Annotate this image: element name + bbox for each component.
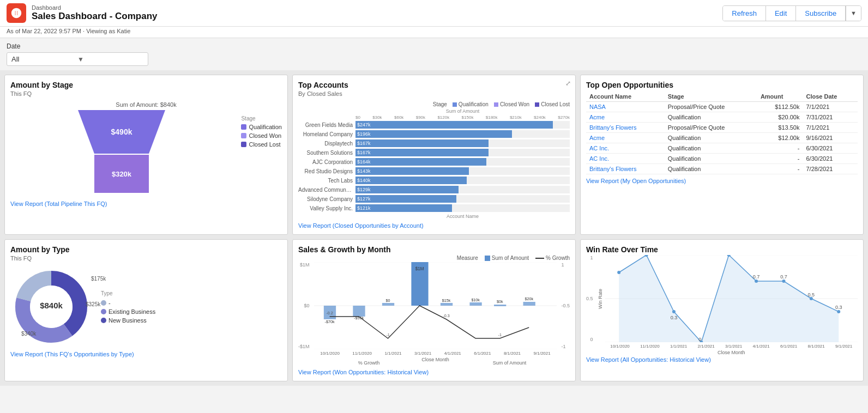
opp-close-date: 7/1/2021 bbox=[803, 123, 858, 133]
panel-accounts-subtitle: By Closed Sales bbox=[298, 90, 570, 97]
winrate-y-axis: 1 0.5 0 bbox=[586, 255, 595, 353]
svg-text:0.3: 0.3 bbox=[835, 305, 842, 310]
x-sep21: 9/1/2021 bbox=[534, 351, 551, 356]
panel-growth-link[interactable]: View Report (Won Opportunities: Historic… bbox=[298, 369, 570, 375]
accounts-stage-legend: Stage Qualification Closed Won Closed Lo… bbox=[298, 101, 570, 107]
table-row: Brittany's Flowers Qualification - 7/28/… bbox=[586, 164, 858, 174]
legend-qualification: Qualification bbox=[241, 124, 282, 130]
legend-dot-closed-won bbox=[241, 133, 246, 138]
opp-account-name[interactable]: Acme bbox=[586, 133, 665, 143]
svg-rect-20 bbox=[469, 302, 481, 306]
header-actions: Refresh Edit Subscribe ▼ bbox=[722, 5, 861, 21]
growth-x-axis: 10/1/2020 11/1/2020 1/1/2021 3/1/2021 4/… bbox=[314, 351, 557, 356]
subscribe-button[interactable]: Subscribe bbox=[796, 6, 846, 21]
svg-text:$320k: $320k bbox=[112, 170, 132, 178]
wr-x-oct20: 10/1/2020 bbox=[610, 344, 630, 349]
growth-legend: Measure Sum of Amount % Growth bbox=[298, 255, 570, 261]
svg-text:-$70k: -$70k bbox=[324, 319, 334, 324]
opp-close-date: 9/16/2021 bbox=[803, 133, 858, 143]
svg-text:0: 0 bbox=[698, 337, 701, 342]
wr-x-jan21: 1/1/2021 bbox=[670, 344, 687, 349]
svg-rect-22 bbox=[523, 302, 535, 306]
svg-point-44 bbox=[782, 280, 785, 283]
opp-stage: Qualification bbox=[665, 143, 757, 154]
legend-sum-amount: Sum of Amount bbox=[485, 255, 529, 261]
bar-row: Tech Labs $140k bbox=[298, 177, 570, 184]
header-left: Dashboard Sales Dashboard - Company bbox=[7, 3, 158, 23]
opp-table-header: Account Name Stage Amount Close Date bbox=[586, 92, 858, 102]
y-label-minus1m: -$1M bbox=[298, 344, 310, 349]
type-legend: Type - Existing Business New Business bbox=[101, 290, 155, 324]
bar-label: Valley Supply Inc. bbox=[298, 205, 355, 211]
axis-top: $0$30k$60k$90k$120k$150k$180k$210k$240k$… bbox=[355, 115, 570, 120]
opp-close-date: 6/30/2021 bbox=[803, 143, 858, 154]
bar-label: Southern Solutions bbox=[298, 150, 355, 156]
legend-label-closed-won: Closed Won bbox=[249, 132, 281, 139]
panel-stage-title: Amount by Stage bbox=[10, 81, 282, 89]
wr-y-1: 1 bbox=[586, 255, 593, 260]
svg-text:$1M: $1M bbox=[415, 266, 424, 272]
legend-dot-closed-lost bbox=[241, 142, 246, 147]
wr-x-mar21: 3/1/2021 bbox=[725, 344, 742, 349]
edit-button[interactable]: Edit bbox=[766, 6, 796, 21]
legend-pct-growth: % Growth bbox=[535, 255, 570, 261]
opp-amount: - bbox=[757, 143, 803, 154]
bar-fill: $143k bbox=[355, 167, 469, 175]
measure-header: Measure bbox=[457, 255, 478, 261]
winrate-x-title: Close Month bbox=[605, 350, 858, 355]
header-dropdown-arrow[interactable]: ▼ bbox=[846, 6, 861, 21]
app-icon bbox=[7, 3, 26, 23]
opp-account-name[interactable]: AC Inc. bbox=[586, 143, 665, 154]
filter-dropdown-arrow: ▼ bbox=[77, 56, 143, 63]
wr-y-0: 0 bbox=[586, 337, 593, 342]
growth-y-axis: $1M $0 -$1M bbox=[298, 262, 312, 360]
opp-amount: $12.00k bbox=[757, 133, 803, 143]
x-oct20: 10/1/2020 bbox=[320, 351, 340, 356]
filter-label: Date bbox=[7, 42, 861, 50]
opp-account-name[interactable]: NASA bbox=[586, 102, 665, 112]
legend-lost: Closed Lost bbox=[535, 101, 570, 107]
opp-account-name[interactable]: Acme bbox=[586, 112, 665, 123]
opp-stage: Proposal/Price Quote bbox=[665, 102, 757, 112]
bar-value: $143k bbox=[355, 168, 371, 174]
bar-value: $140k bbox=[355, 178, 371, 183]
legend-won: Closed Won bbox=[494, 101, 529, 107]
legend-dot-existing bbox=[101, 309, 106, 314]
opp-stage: Qualification bbox=[665, 112, 757, 123]
bar-value: $167k bbox=[355, 141, 371, 146]
bar-track: $127k bbox=[355, 195, 570, 203]
bar-label: Silodyne Company bbox=[298, 196, 355, 202]
bar-track: $129k bbox=[355, 186, 570, 193]
opp-account-name[interactable]: Brittany's Flowers bbox=[586, 123, 665, 133]
opp-account-name[interactable]: Brittany's Flowers bbox=[586, 164, 665, 174]
svg-text:-0.3: -0.3 bbox=[443, 313, 449, 318]
expand-icon[interactable]: ⤢ bbox=[565, 80, 571, 87]
svg-text:-1: -1 bbox=[386, 332, 389, 337]
panel-opp-link[interactable]: View Report (My Open Opportunities) bbox=[586, 178, 858, 184]
donut-chart: $840k $175k $325k $340k bbox=[10, 266, 92, 348]
date-filter-value: All bbox=[11, 55, 77, 63]
panel-accounts-link[interactable]: View Report (Closed Opportunities by Acc… bbox=[298, 222, 570, 229]
refresh-button[interactable]: Refresh bbox=[723, 6, 766, 21]
opp-account-name[interactable]: AC Inc. bbox=[586, 154, 665, 164]
panel-stage-link[interactable]: View Report (Total Pipeline This FQ) bbox=[10, 201, 282, 207]
svg-text:0.7: 0.7 bbox=[780, 274, 787, 280]
bar-value: $129k bbox=[355, 187, 371, 192]
svg-text:$490k: $490k bbox=[111, 127, 132, 136]
opp-stage: Proposal/Price Quote bbox=[665, 123, 757, 133]
stage-legend-header: Stage bbox=[241, 116, 282, 122]
legend-label-existing: Existing Business bbox=[108, 308, 155, 315]
y-label-1m: $1M bbox=[298, 262, 310, 268]
svg-text:$20k: $20k bbox=[525, 296, 533, 301]
table-row: NASA Proposal/Price Quote $112.50k 7/1/2… bbox=[586, 102, 858, 112]
panel-type-link[interactable]: View Report (This FQ's Opportunities by … bbox=[10, 351, 282, 357]
bar-row: Southern Solutions $167k bbox=[298, 149, 570, 156]
panel-winrate-link[interactable]: View Report (All Opportunities: Historic… bbox=[586, 356, 858, 363]
bar-fill: $196k bbox=[355, 130, 512, 138]
bar-fill: $129k bbox=[355, 186, 459, 193]
bar-fill: $121k bbox=[355, 204, 452, 212]
growth-x-title: Close Month bbox=[314, 357, 557, 362]
table-row: Acme Qualification $20.00k 7/31/2021 bbox=[586, 112, 858, 123]
date-filter-select[interactable]: All ▼ bbox=[7, 52, 148, 66]
svg-text:$840k: $840k bbox=[40, 301, 63, 310]
